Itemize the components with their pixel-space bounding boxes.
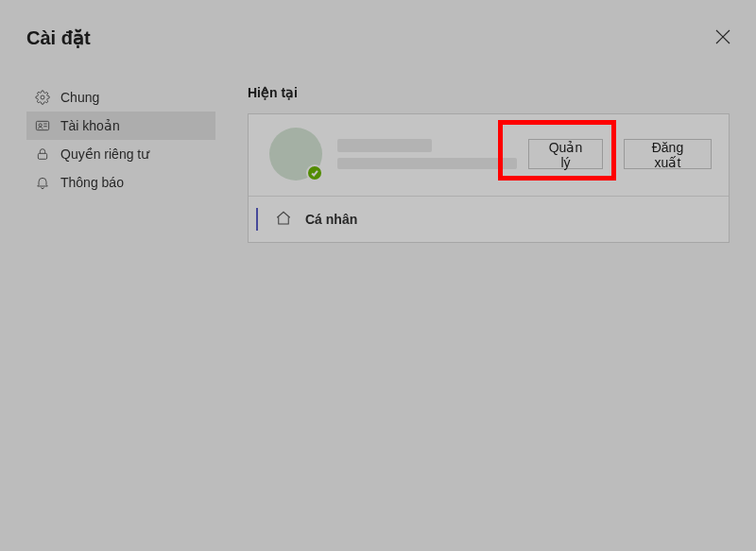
account-row: Quản lý Đăng xuất xyxy=(249,114,729,196)
account-name-redacted xyxy=(337,139,432,152)
svg-rect-7 xyxy=(38,153,46,159)
svg-point-2 xyxy=(41,95,44,99)
header: Cài đặt xyxy=(26,21,730,49)
home-icon xyxy=(275,210,292,230)
account-info xyxy=(334,135,517,173)
main-content: Hiện tại Quản lý Đăng xuất xyxy=(215,83,730,243)
sidebar-item-general[interactable]: Chung xyxy=(26,83,215,112)
sidebar-item-account[interactable]: Tài khoản xyxy=(26,112,215,140)
avatar xyxy=(269,128,322,181)
sidebar-item-label: Thông báo xyxy=(60,175,124,190)
close-icon[interactable] xyxy=(714,28,731,45)
sidebar-item-notifications[interactable]: Thông báo xyxy=(26,168,215,197)
sidebar-item-label: Quyền riêng tư xyxy=(60,146,149,162)
settings-window: Cài đặt Chung Tài khoản xyxy=(0,0,756,551)
body: Chung Tài khoản Quyền riêng tư Thông báo xyxy=(26,83,730,243)
lock-icon xyxy=(34,146,51,163)
sidebar: Chung Tài khoản Quyền riêng tư Thông báo xyxy=(26,83,215,243)
signout-button[interactable]: Đăng xuất xyxy=(624,139,712,169)
tab-personal[interactable]: Cá nhân xyxy=(249,197,729,242)
account-email-redacted xyxy=(337,158,517,169)
sidebar-item-label: Tài khoản xyxy=(60,118,120,133)
active-indicator xyxy=(256,208,258,231)
status-badge-available xyxy=(306,164,323,181)
manage-button[interactable]: Quản lý xyxy=(528,139,603,169)
bell-icon xyxy=(34,174,51,191)
account-card: Quản lý Đăng xuất Cá nhân xyxy=(248,113,730,243)
id-card-icon xyxy=(34,117,51,134)
section-title: Hiện tại xyxy=(248,85,730,100)
gear-icon xyxy=(34,89,51,106)
svg-point-4 xyxy=(39,124,42,127)
page-title: Cài đặt xyxy=(26,26,91,49)
sidebar-item-privacy[interactable]: Quyền riêng tư xyxy=(26,140,215,168)
tab-label: Cá nhân xyxy=(305,212,357,227)
sidebar-item-label: Chung xyxy=(60,90,99,105)
